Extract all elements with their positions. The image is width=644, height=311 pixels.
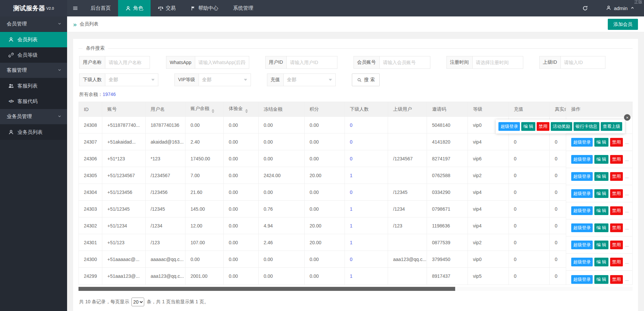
disable-button[interactable]: 禁用 [610, 189, 623, 198]
edit-button[interactable]: 编 辑 [594, 155, 608, 164]
column-header-label: 等级 [473, 106, 482, 112]
sort-desc-icon[interactable] [245, 111, 248, 113]
edit-button[interactable]: 编 辑 [594, 275, 608, 284]
page-size-select[interactable]: 20 [131, 298, 144, 306]
edit-button[interactable]: 编 辑 [594, 241, 608, 249]
search-field-input[interactable] [287, 56, 337, 68]
popup-action-button-1[interactable]: 超级登录 [498, 122, 520, 131]
super-login-button[interactable]: 超级登录 [571, 138, 593, 147]
sidebar-item-3[interactable]: 会员等级 [0, 47, 67, 63]
edit-button[interactable]: 编 辑 [594, 258, 608, 266]
total-balance-value[interactable]: 19746 [103, 92, 116, 97]
edit-button[interactable]: 编 辑 [594, 223, 608, 232]
super-login-button[interactable]: 超级登录 [571, 241, 593, 249]
more-actions-button[interactable]: ... [625, 243, 629, 248]
cell-account: +51/1234 [102, 217, 146, 234]
search-field-input[interactable] [105, 56, 150, 68]
search-field-input[interactable] [473, 56, 523, 68]
popup-action-button-3[interactable]: 禁用 [537, 122, 549, 131]
sidebar-item-5[interactable]: 客服列表 [0, 78, 67, 94]
subordinates-link[interactable]: 0 [350, 139, 353, 145]
super-login-button[interactable]: 超级登录 [571, 155, 593, 164]
horizontal-scrollbar-thumb[interactable] [78, 287, 455, 291]
more-actions-button[interactable]: ... [625, 191, 629, 196]
add-member-button[interactable]: 添加会员 [608, 19, 638, 30]
disable-button[interactable]: 禁用 [610, 241, 623, 249]
sidebar-item-6[interactable]: </>客服代码 [0, 94, 67, 109]
search-field-input[interactable] [195, 56, 249, 68]
more-actions-button[interactable]: ... [625, 157, 629, 162]
subordinates-link[interactable]: 0 [350, 122, 353, 128]
sort-asc-icon[interactable] [245, 109, 248, 111]
subordinates-link[interactable]: 1 [350, 223, 353, 228]
more-actions-button[interactable]: ... [625, 140, 629, 145]
popup-action-button-4[interactable]: 活动奖励 [551, 122, 572, 131]
more-actions-button[interactable]: ... [625, 260, 629, 265]
sort-icon[interactable] [212, 109, 214, 113]
subordinates-link[interactable]: 1 [350, 273, 353, 279]
popup-action-button-2[interactable]: 编 辑 [521, 122, 535, 131]
topnav-item-5[interactable]: 系统管理 [226, 0, 261, 16]
sidebar-group-4[interactable]: 客服管理 [0, 63, 67, 78]
cell-balance: 0.00 [185, 117, 224, 134]
topnav-item-2[interactable]: 角色 [118, 0, 151, 16]
more-actions-button[interactable]: ... [625, 208, 629, 213]
search-selects: 下级人数全部VIP等级全部充值全部 [79, 73, 352, 86]
edit-button[interactable]: 编 辑 [594, 189, 608, 198]
super-login-button[interactable]: 超级登录 [571, 189, 593, 198]
sidebar-group-1[interactable]: 会员管理 [0, 16, 67, 32]
subordinates-link[interactable]: 0 [350, 257, 353, 262]
super-login-button[interactable]: 超级登录 [571, 172, 593, 181]
action-row: 超级登录编 辑禁用... [566, 168, 632, 185]
column-header-balance[interactable]: 账户余额 [185, 102, 224, 117]
column-header-id: ID [79, 102, 102, 117]
search-select-dropdown[interactable]: 全部 [284, 74, 335, 86]
hamburger-menu-icon[interactable] [67, 0, 83, 16]
disable-button[interactable]: 禁用 [610, 223, 623, 232]
edit-button[interactable]: 编 辑 [594, 172, 608, 181]
search-button[interactable]: 搜 索 [352, 73, 380, 86]
sort-desc-icon[interactable] [212, 111, 214, 113]
more-actions-button[interactable]: ... [625, 225, 629, 230]
search-field-input[interactable] [561, 56, 605, 68]
topnav-item-4[interactable]: 帮助中心 [183, 0, 226, 16]
search-select-dropdown[interactable]: 全部 [199, 74, 251, 86]
subordinates-link[interactable]: 1 [350, 173, 353, 178]
disable-button[interactable]: 禁用 [610, 155, 623, 164]
sidebar-item-2[interactable]: 会员列表 [0, 32, 67, 47]
sort-icon[interactable] [245, 109, 248, 113]
sort-asc-icon[interactable] [212, 109, 214, 111]
subordinates-link[interactable]: 0 [350, 156, 353, 161]
subordinates-link[interactable]: 1 [350, 240, 353, 245]
close-icon[interactable]: × [624, 114, 631, 121]
more-actions-button[interactable]: ... [625, 277, 629, 282]
sidebar-group-7[interactable]: 业务员管理 [0, 109, 67, 124]
subordinates-link[interactable]: 1 [350, 206, 353, 212]
topnav-item-1[interactable]: 后台首页 [83, 0, 118, 16]
super-login-button[interactable]: 超级登录 [571, 206, 593, 215]
column-header-trial[interactable]: 体验金 [224, 102, 259, 117]
cell-id: 24302 [79, 217, 102, 234]
disable-button[interactable]: 禁用 [610, 172, 623, 181]
more-actions-button[interactable]: ... [625, 174, 629, 179]
cell-frozen: 0.00 [259, 117, 305, 134]
disable-button[interactable]: 禁用 [610, 275, 623, 284]
popup-action-button-5[interactable]: 银行卡信息 [574, 122, 599, 131]
search-row-2: 下级人数全部VIP等级全部充值全部 搜 索 [79, 73, 633, 86]
refresh-icon[interactable] [575, 0, 595, 16]
app-logo: 测试服务器 V2.0 [0, 0, 67, 16]
subordinates-link[interactable]: 0 [350, 190, 353, 195]
disable-button[interactable]: 禁用 [610, 258, 623, 266]
topnav-item-3[interactable]: 交易 [151, 0, 183, 16]
super-login-button[interactable]: 超级登录 [571, 223, 593, 232]
disable-button[interactable]: 禁用 [610, 138, 623, 147]
search-select-dropdown[interactable]: 全部 [105, 74, 158, 86]
edit-button[interactable]: 编 辑 [594, 206, 608, 215]
edit-button[interactable]: 编 辑 [594, 138, 608, 147]
disable-button[interactable]: 禁用 [610, 206, 623, 215]
super-login-button[interactable]: 超级登录 [571, 275, 593, 284]
super-login-button[interactable]: 超级登录 [571, 258, 593, 266]
popup-action-button-6[interactable]: 查看上级 [601, 122, 622, 131]
sidebar-item-8[interactable]: 业务员列表 [0, 124, 67, 140]
search-field-input[interactable] [380, 56, 430, 68]
